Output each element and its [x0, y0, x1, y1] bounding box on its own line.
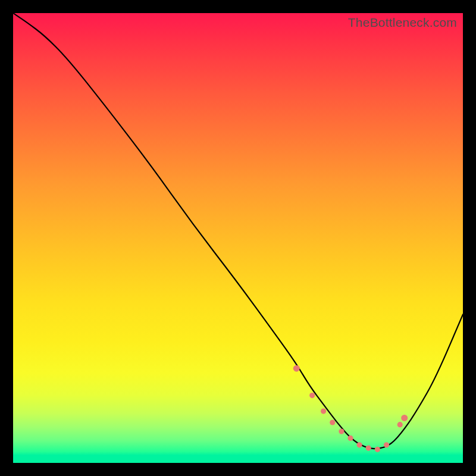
curve-marker — [347, 436, 353, 441]
curve-marker — [366, 446, 371, 451]
curve-marker — [330, 419, 335, 425]
watermark-text: TheBottleneck.com — [348, 15, 457, 30]
curve-line — [13, 13, 463, 449]
chart-frame: TheBottleneck.com — [0, 0, 476, 476]
plot-area: TheBottleneck.com — [13, 13, 463, 463]
curve-marker — [339, 429, 344, 434]
curve-marker — [357, 442, 362, 447]
marker-group — [293, 365, 408, 452]
bottleneck-curve — [13, 13, 463, 463]
curve-marker — [375, 447, 380, 452]
curve-marker — [397, 422, 403, 427]
curve-marker — [293, 365, 300, 372]
curve-marker — [384, 442, 389, 447]
curve-marker — [321, 409, 326, 414]
curve-marker — [309, 393, 315, 398]
curve-marker — [401, 415, 408, 421]
